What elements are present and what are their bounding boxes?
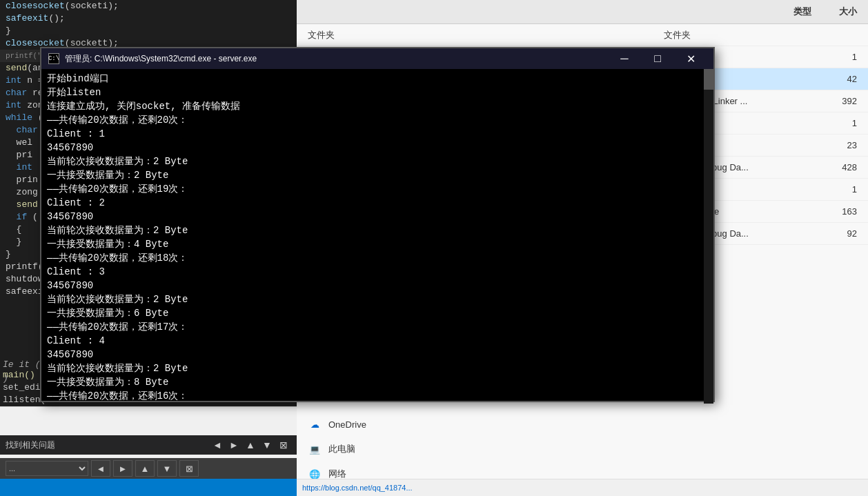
cmd-line: 当前轮次接收数据量为：2 Byte xyxy=(47,155,708,168)
cmd-line: 当前轮次接收数据量为：2 Byte xyxy=(47,224,708,237)
nav-item-label: 此电脑 xyxy=(328,443,355,455)
cmd-line: 34567890 xyxy=(47,279,708,292)
file-row-size: 1 xyxy=(802,52,857,62)
file-row-size: 392 xyxy=(802,96,857,106)
code-line-1: closesocket(socketi); xyxy=(0,0,297,12)
cmd-line: Client : 4 xyxy=(47,334,708,348)
cmd-line: 当前轮次接收数据量为：2 Byte xyxy=(47,361,708,375)
find-close-button[interactable]: ⊠ xyxy=(276,437,291,453)
file-size-column-header: 大小 xyxy=(839,6,857,18)
cmd-content[interactable]: 开始bind端口开始listen连接建立成功, 关闭socket, 准备传输数据… xyxy=(41,69,713,401)
cmd-window-icon: C:\ xyxy=(48,53,59,64)
nav-item[interactable]: 💻此电脑 xyxy=(308,437,857,462)
file-type-column-header: 类型 xyxy=(793,6,811,18)
nav-item-icon: 💻 xyxy=(308,442,322,456)
cmd-line: 当前轮次接收数据量为：2 Byte xyxy=(47,292,708,306)
file-row-type: 文件夹 xyxy=(664,29,802,41)
file-row-size: 23 xyxy=(802,140,857,150)
cmd-line: 一共接受数据量为：2 Byte xyxy=(47,168,708,182)
cmd-close-button[interactable]: ✕ xyxy=(675,48,707,69)
cmd-line: 开始listen xyxy=(47,86,708,99)
file-row-name: 文件夹 xyxy=(308,29,664,41)
cmd-line: ——共传输20次数据，还剩19次： xyxy=(47,182,708,196)
cmd-line: 连接建立成功, 关闭socket, 准备传输数据 xyxy=(47,99,708,113)
cmd-scrollbar-thumb[interactable] xyxy=(704,69,713,90)
find-label: 找到相关问题 xyxy=(6,439,55,451)
cmd-line: 一共接受数据量为：6 Byte xyxy=(47,306,708,320)
nav-item-label: OneDrive xyxy=(328,419,366,430)
find-prev-button[interactable]: ◄ xyxy=(210,437,225,453)
url-text: https://blog.csdn.net/qq_41874... xyxy=(302,484,413,492)
code-ie-label: Ie it ( ) xyxy=(3,358,41,386)
cmd-line: ——共传输20次数据，还剩18次： xyxy=(47,251,708,265)
file-row[interactable]: 文件夹文件夹 xyxy=(297,24,868,46)
toolbar-dropdown[interactable]: ... xyxy=(6,461,88,476)
file-row-size: 1 xyxy=(802,118,857,128)
cmd-minimize-button[interactable]: ─ xyxy=(609,48,640,69)
cmd-line: ——共传输20次数据，还剩16次： xyxy=(47,389,708,401)
find-nav-buttons: ◄ ► ▲ ▼ ⊠ xyxy=(210,437,291,453)
cmd-window: C:\ 管理员: C:\Windows\System32\cmd.exe - s… xyxy=(40,47,715,402)
file-row-size: 92 xyxy=(802,228,857,239)
cmd-line: Client : 1 xyxy=(47,127,708,141)
file-panel-header: 类型 大小 xyxy=(297,0,868,24)
cmd-titlebar: C:\ 管理员: C:\Windows\System32\cmd.exe - s… xyxy=(41,48,713,69)
cmd-line: ——共传输20次数据，还剩17次： xyxy=(47,320,708,334)
cmd-line: 一共接受数据量为：8 Byte xyxy=(47,375,708,389)
find-bar: 找到相关问题 ◄ ► ▲ ▼ ⊠ xyxy=(0,435,297,455)
toolbar-area: ... ◄ ► ▲ ▼ ⊠ xyxy=(0,458,297,479)
code-special-4: llisten( xyxy=(3,394,41,406)
url-bar: https://blog.csdn.net/qq_41874... xyxy=(297,479,868,496)
status-bar xyxy=(0,479,297,496)
find-outdent-button[interactable]: ▼ xyxy=(259,437,275,453)
cmd-line: Client : 2 xyxy=(47,196,708,210)
toolbar-btn-1[interactable]: ◄ xyxy=(91,460,110,477)
cmd-line: ——共传输20次数据，还剩20次： xyxy=(47,113,708,127)
cmd-controls: ─ □ ✕ xyxy=(609,48,707,69)
cmd-line: 34567890 xyxy=(47,348,708,361)
cmd-line: 34567890 xyxy=(47,141,708,155)
taskbar-area: 找到相关问题 ◄ ► ▲ ▼ ⊠ ... ◄ ► ▲ ▼ ⊠ ☁OneDrive… xyxy=(0,406,868,496)
cmd-line: 34567890 xyxy=(47,210,708,224)
cmd-line: 一共接受数据量为：4 Byte xyxy=(47,237,708,251)
file-row-size: 163 xyxy=(802,206,857,217)
toolbar-btn-3[interactable]: ▲ xyxy=(135,460,155,477)
cmd-line: 开始bind端口 xyxy=(47,72,708,86)
file-row-size: 428 xyxy=(802,162,857,172)
toolbar-btn-5[interactable]: ⊠ xyxy=(179,460,199,477)
toolbar-btn-4[interactable]: ▼ xyxy=(157,460,177,477)
file-row-size: 1 xyxy=(802,184,857,195)
find-next-button[interactable]: ► xyxy=(226,437,241,453)
cmd-title: 管理员: C:\Windows\System32\cmd.exe - serve… xyxy=(65,53,603,65)
find-indent-button[interactable]: ▲ xyxy=(243,437,258,453)
toolbar-btn-2[interactable]: ► xyxy=(113,460,132,477)
code-line-2: safeexit(); xyxy=(0,12,297,25)
cmd-maximize-button[interactable]: □ xyxy=(642,48,673,69)
nav-item-icon: ☁ xyxy=(308,417,322,431)
cmd-line: Client : 3 xyxy=(47,265,708,279)
file-row-size: 42 xyxy=(802,74,857,84)
code-line-3: } xyxy=(0,25,297,37)
cmd-scrollbar[interactable] xyxy=(704,69,713,404)
nav-item[interactable]: ☁OneDrive xyxy=(308,412,857,437)
